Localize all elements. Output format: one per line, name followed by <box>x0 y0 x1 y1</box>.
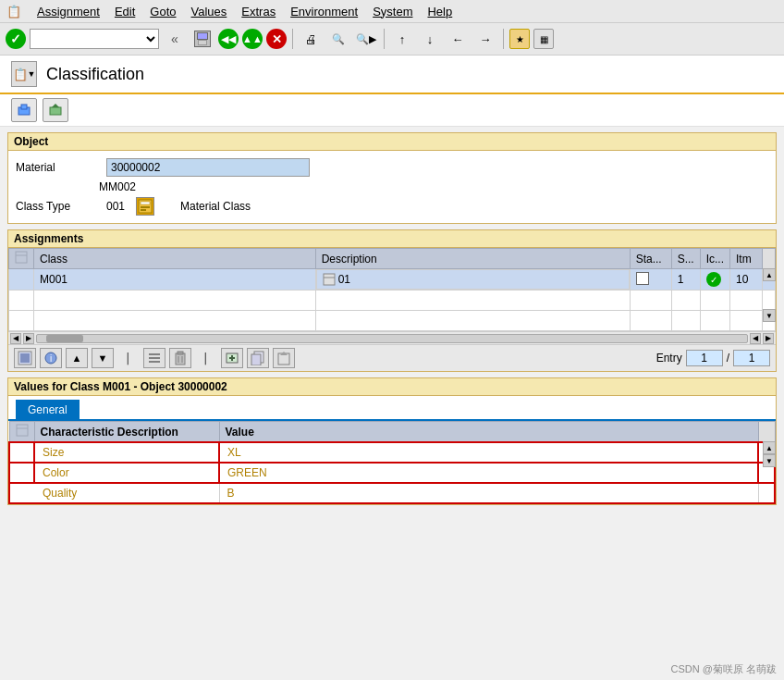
col-header-description[interactable]: Description <box>315 249 630 269</box>
detail-button[interactable]: i <box>40 348 62 368</box>
col-header-scroll <box>763 249 776 269</box>
material-desc-row: MM002 <box>16 179 768 195</box>
scroll-right-button-nav[interactable]: ▶ <box>23 333 34 344</box>
tab-general[interactable]: General <box>16 400 80 419</box>
entry-current[interactable] <box>686 350 723 366</box>
h-scroll-right[interactable]: ▶ <box>763 333 774 344</box>
cancel-button[interactable]: ✕ <box>266 29 287 49</box>
nav-down-button[interactable]: ↓ <box>418 27 442 51</box>
nav-right-button[interactable]: → <box>473 27 497 51</box>
svg-rect-27 <box>251 354 261 365</box>
menu-values[interactable]: Values <box>191 5 227 19</box>
paste-button[interactable] <box>273 348 295 368</box>
empty-cell <box>700 311 729 331</box>
char-cell-value[interactable]: GREEN <box>219 463 758 483</box>
nav-left-button[interactable]: ← <box>446 27 470 51</box>
h-scroll-area: ◀ ▶ ◀ ▶ <box>8 331 776 344</box>
col-header-status[interactable]: Sta... <box>630 249 671 269</box>
menu-help[interactable]: Help <box>427 5 452 19</box>
print-button[interactable]: 🖨 <box>299 27 323 51</box>
cell-ic: ✓ <box>700 269 729 291</box>
col-header-class[interactable]: Class <box>34 249 316 269</box>
menu-goto[interactable]: Goto <box>150 5 176 19</box>
table-toolbar: i ▲ ▼ │ │ Entry / <box>8 344 776 371</box>
subheader-icons <box>0 94 784 127</box>
app-icon: 📋 <box>6 3 22 19</box>
view-list-button[interactable] <box>143 348 165 368</box>
scroll-up-button[interactable]: ▲ <box>763 268 776 281</box>
scroll-left-button[interactable]: ◀ <box>10 333 21 344</box>
col-header-s[interactable]: S... <box>671 249 700 269</box>
menu-assignment[interactable]: Assignment <box>37 5 100 19</box>
char-cell-name[interactable]: Size <box>34 442 219 463</box>
values-scroll-up[interactable]: ▲ <box>763 441 776 454</box>
up-button[interactable]: ▲▲ <box>242 29 263 49</box>
down-arrow-button[interactable]: ▼ <box>92 348 114 368</box>
append-button[interactable] <box>221 348 243 368</box>
svg-rect-2 <box>50 107 61 115</box>
char-cell-name[interactable]: Quality <box>34 483 219 503</box>
col-header-value[interactable]: Value <box>219 422 758 443</box>
scroll-down-button[interactable]: ▼ <box>763 309 776 322</box>
back-button[interactable]: ◀◀ <box>218 29 239 49</box>
scroll-cell2 <box>758 483 775 503</box>
class-type-icon[interactable] <box>136 197 154 216</box>
char-row[interactable]: Quality B <box>9 483 775 503</box>
bookmark-button[interactable]: ★ <box>509 29 530 49</box>
cell-description[interactable]: 01 <box>316 269 630 290</box>
values-header: Values for Class M001 - Object 30000002 <box>8 378 776 396</box>
char-table: Characteristic Description Value Size XL… <box>8 421 776 504</box>
up-arrow-button[interactable]: ▲ <box>66 348 88 368</box>
values-scroll-down[interactable]: ▼ <box>763 454 776 467</box>
class-type-row: Class Type 001 Material Class <box>16 195 768 217</box>
cell-status <box>630 269 671 291</box>
table-row <box>9 291 776 311</box>
cell-class[interactable]: M001 <box>34 269 316 291</box>
copy-button[interactable] <box>247 348 269 368</box>
material-desc: MM002 <box>99 180 136 193</box>
save-button[interactable]: ✓ <box>6 29 26 49</box>
first-page-button[interactable]: « <box>163 27 187 51</box>
nav-up-button[interactable]: ↑ <box>390 27 414 51</box>
menu-edit[interactable]: Edit <box>115 5 135 19</box>
export-button[interactable] <box>43 98 68 122</box>
table-row[interactable]: M001 01 1 ✓ 10 <box>9 269 776 291</box>
command-dropdown[interactable] <box>30 29 159 49</box>
svg-rect-18 <box>149 361 160 363</box>
class-type-desc: Material Class <box>180 200 251 213</box>
empty-cell <box>671 291 700 311</box>
disk-save-button[interactable] <box>190 27 214 51</box>
material-input[interactable] <box>106 158 310 177</box>
separator-tbl2: │ <box>195 348 217 368</box>
back-sub-button[interactable] <box>11 98 37 122</box>
menu-bar: 📋 Assignment Edit Goto Values Extras Env… <box>0 0 784 23</box>
delete-row-button[interactable] <box>169 348 191 368</box>
char-row[interactable]: Color GREEN <box>9 463 775 483</box>
find-next-button[interactable]: 🔍▶ <box>354 27 378 51</box>
char-row[interactable]: Size XL <box>9 442 775 463</box>
find-button[interactable]: 🔍 <box>326 27 350 51</box>
col-header-char[interactable]: Characteristic Description <box>34 422 219 443</box>
menu-system[interactable]: System <box>373 5 412 19</box>
menu-extras[interactable]: Extras <box>241 5 276 19</box>
scroll-track[interactable] <box>36 334 748 343</box>
select-all-button[interactable] <box>14 348 36 368</box>
char-cell-value[interactable]: B <box>219 483 758 503</box>
entry-total[interactable] <box>733 350 770 366</box>
char-cell-name[interactable]: Color <box>34 463 219 483</box>
menu-environment[interactable]: Environment <box>290 5 358 19</box>
tab-bar: General <box>8 396 776 421</box>
h-scroll-left[interactable]: ◀ <box>750 333 761 344</box>
char-cell-value[interactable]: XL <box>219 442 758 463</box>
svg-rect-19 <box>176 353 185 365</box>
status-checkbox[interactable] <box>636 272 649 285</box>
col-header-ic[interactable]: Ic... <box>700 249 729 269</box>
layout-button[interactable]: ▦ <box>533 29 554 49</box>
separator-2 <box>384 29 385 49</box>
col-header-itm[interactable]: Itm <box>730 249 763 269</box>
char-cell-idx <box>9 483 34 503</box>
empty-cell <box>730 311 763 331</box>
svg-rect-17 <box>149 357 160 359</box>
svg-rect-13 <box>20 353 30 363</box>
empty-cell <box>730 291 763 311</box>
